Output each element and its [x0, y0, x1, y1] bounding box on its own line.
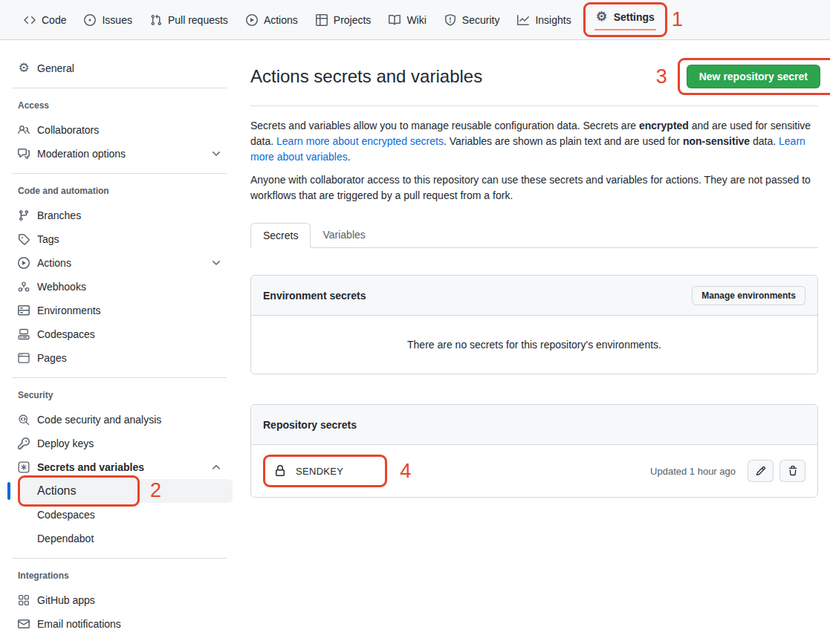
edit-secret-button[interactable] — [748, 460, 774, 482]
annotation-number-3: 3 — [656, 67, 667, 87]
sidebar-item-moderation-options[interactable]: Moderation options — [6, 142, 233, 166]
annotation-number-2: 2 — [150, 481, 161, 501]
description-bold: non-sensitive — [683, 135, 750, 147]
lock-icon — [274, 465, 286, 477]
description-text: . — [348, 151, 351, 163]
delete-secret-button[interactable] — [779, 460, 805, 482]
sidebar-item-pages[interactable]: Pages — [6, 346, 233, 370]
tab-actions[interactable]: Actions — [240, 10, 304, 30]
tab-pull-requests-label: Pull requests — [168, 14, 228, 26]
pull-request-icon — [150, 14, 162, 26]
sidebar-item-branches[interactable]: Branches — [6, 204, 233, 227]
annotation-number-1: 1 — [672, 10, 683, 30]
sidebar-item-deploy-keys[interactable]: Deploy keys — [6, 432, 233, 455]
annotation-box-2 — [18, 475, 140, 507]
sidebar-item-label: General — [37, 62, 74, 74]
tab-issues[interactable]: Issues — [78, 10, 137, 30]
sidebar-item-label: Environments — [37, 305, 101, 316]
sidebar-section-integrations: Integrations — [6, 566, 233, 585]
sidebar-subitem-codespaces[interactable]: Codespaces — [6, 503, 233, 527]
sidebar-item-label: Code security and analysis — [37, 414, 161, 426]
annotation-box-3: New repository secret — [678, 58, 830, 95]
codespaces-icon — [18, 328, 30, 340]
sidebar-divider — [12, 377, 227, 378]
apps-icon — [18, 594, 30, 606]
tab-actions-label: Actions — [264, 14, 298, 26]
description-bold: encrypted — [639, 120, 689, 131]
sidebar-item-webhooks[interactable]: Webhooks — [6, 275, 233, 299]
tab-security-label: Security — [462, 14, 500, 26]
sidebar-item-tags[interactable]: Tags — [6, 227, 233, 251]
sidebar-item-label: Email notifications — [37, 618, 121, 630]
sidebar-item-general[interactable]: ⚙ General — [6, 56, 233, 80]
tag-icon — [18, 233, 30, 245]
repository-secrets-box: Repository secrets SENDKEY 4 Updated 1 h… — [250, 404, 818, 498]
tab-issues-label: Issues — [102, 14, 132, 26]
sidebar-item-label: Codespaces — [37, 328, 95, 340]
issue-opened-icon — [84, 14, 96, 26]
play-icon — [18, 257, 30, 269]
secret-name: SENDKEY — [296, 466, 343, 477]
sidebar-item-secrets-and-variables[interactable]: Secrets and variables — [6, 455, 233, 479]
tab-secrets[interactable]: Secrets — [250, 223, 311, 248]
sidebar-section-code-automation: Code and automation — [6, 181, 233, 201]
chevron-up-icon — [210, 461, 222, 473]
sidebar-item-email-notifications[interactable]: Email notifications — [6, 612, 233, 636]
gear-icon: ⚙ — [18, 62, 30, 74]
chevron-down-icon — [210, 257, 222, 269]
settings-sidebar: ⚙ General Access Collaborators Moderatio… — [0, 40, 239, 636]
link-encrypted-secrets[interactable]: Learn more about encrypted secrets — [276, 135, 444, 147]
tab-insights-label: Insights — [535, 14, 571, 26]
sidebar-item-collaborators[interactable]: Collaborators — [6, 118, 233, 142]
description-text: data. — [750, 135, 779, 147]
webhook-icon — [18, 281, 30, 293]
sidebar-item-actions[interactable]: Actions — [6, 251, 233, 275]
manage-environments-button[interactable]: Manage environments — [692, 286, 805, 305]
sidebar-item-label: Dependabot — [37, 533, 94, 544]
tab-pull-requests[interactable]: Pull requests — [144, 10, 234, 30]
sidebar-item-label: Moderation options — [37, 148, 126, 160]
play-icon — [246, 14, 258, 26]
code-scan-icon — [18, 414, 30, 426]
repository-secrets-title: Repository secrets — [263, 419, 357, 431]
repo-tab-nav: Code Issues Pull requests Actions Projec… — [0, 0, 830, 40]
sidebar-item-label: Branches — [37, 209, 81, 221]
book-icon — [389, 14, 401, 26]
pencil-icon — [756, 466, 766, 476]
sidebar-item-label: Actions — [37, 257, 71, 269]
environment-secrets-header: Environment secrets Manage environments — [251, 276, 817, 316]
mail-icon — [18, 618, 30, 630]
tab-variables[interactable]: Variables — [311, 223, 377, 247]
description-paragraph-2: Anyone with collaborator access to this … — [250, 172, 818, 204]
sidebar-item-github-apps[interactable]: GitHub apps — [6, 588, 233, 612]
sidebar-item-code-security[interactable]: Code security and analysis — [6, 408, 233, 432]
tab-settings[interactable]: ⚙ Settings — [593, 10, 658, 25]
tab-code-label: Code — [42, 14, 66, 26]
sidebar-item-codespaces[interactable]: Codespaces — [6, 322, 233, 346]
tab-code[interactable]: Code — [18, 10, 72, 30]
sidebar-item-environments[interactable]: Environments — [6, 299, 233, 322]
code-icon — [24, 14, 36, 26]
tab-wiki[interactable]: Wiki — [383, 10, 432, 30]
comment-discussion-icon — [18, 148, 30, 160]
tab-wiki-label: Wiki — [406, 14, 426, 26]
tab-security[interactable]: Security — [438, 10, 506, 30]
sidebar-divider — [12, 88, 227, 88]
environment-secrets-empty-text: There are no secrets for this repository… — [251, 316, 817, 374]
sidebar-subitem-actions[interactable]: Actions 2 — [21, 479, 233, 503]
tab-projects-label: Projects — [334, 14, 372, 26]
sidebar-subitem-dependabot[interactable]: Dependabot — [6, 527, 233, 550]
annotation-number-4: 4 — [400, 461, 411, 481]
sidebar-divider — [12, 173, 227, 174]
github-settings-page: Code Issues Pull requests Actions Projec… — [0, 0, 830, 644]
key-asterisk-icon — [18, 461, 30, 473]
projects-icon — [316, 14, 328, 26]
sidebar-item-label: Collaborators — [37, 124, 99, 136]
sidebar-item-label: Tags — [37, 233, 59, 245]
tab-insights[interactable]: Insights — [511, 10, 577, 30]
page-header: Actions secrets and variables 3 New repo… — [250, 58, 818, 106]
new-repository-secret-button[interactable]: New repository secret — [687, 65, 820, 88]
graph-icon — [517, 14, 529, 26]
tab-projects[interactable]: Projects — [310, 10, 377, 30]
description-text: Secrets and variables allow you to manag… — [250, 120, 639, 131]
